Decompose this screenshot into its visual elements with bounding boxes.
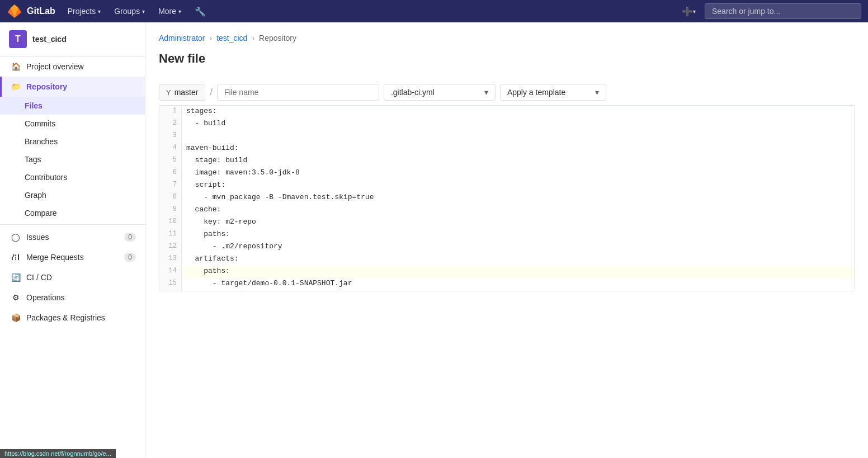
sidebar-label-repository: Repository [26, 82, 67, 91]
code-line: 3 [159, 131, 854, 143]
sidebar-label-operations: Operations [26, 293, 64, 302]
breadcrumb-sep-1: › [209, 34, 212, 43]
gitlab-logo[interactable]: GitLab [7, 3, 55, 19]
home-icon: 🏠 [11, 62, 21, 71]
template-selector[interactable]: Apply a template ▾ [500, 84, 606, 101]
nav-more-button[interactable]: More ▾ [153, 4, 187, 18]
code-line: 12 - .m2/repository [159, 242, 854, 254]
breadcrumb-project[interactable]: test_cicd [216, 34, 247, 43]
line-number: 14 [159, 266, 182, 278]
issues-icon: ◯ [11, 233, 21, 242]
code-line: 10 key: m2-repo [159, 217, 854, 229]
line-number: 7 [159, 180, 182, 192]
sidebar: T test_cicd 🏠 Project overview 📁 Reposit… [0, 22, 145, 458]
sidebar-item-cicd[interactable]: 🔄 CI / CD [0, 267, 145, 287]
merge-requests-icon: ⛙ [11, 253, 21, 262]
line-content [182, 131, 854, 143]
sidebar-item-project-overview[interactable]: 🏠 Project overview [0, 56, 145, 77]
file-name-input[interactable] [217, 84, 379, 101]
sidebar-item-repository[interactable]: 📁 Repository [0, 77, 145, 97]
sidebar-subitem-graph[interactable]: Graph [0, 186, 145, 204]
sidebar-subitem-branches[interactable]: Branches [0, 133, 145, 150]
issues-badge: 0 [124, 233, 136, 242]
cicd-icon: 🔄 [11, 273, 21, 282]
sidebar-item-merge-requests[interactable]: ⛙ Merge Requests 0 [0, 247, 145, 267]
page-title: New file [159, 51, 855, 66]
line-content: script: [182, 180, 854, 192]
file-type-value: .gitlab-ci.yml [391, 88, 435, 97]
line-content: image: maven:3.5.0-jdk-8 [182, 168, 854, 180]
sidebar-label-issues: Issues [26, 233, 49, 242]
code-line: 14 paths: [159, 266, 854, 278]
branch-selector[interactable]: Y master [159, 84, 205, 101]
code-editor[interactable]: 1stages:2 - build34maven-build:5 stage: … [159, 106, 855, 291]
main-content: Administrator › test_cicd › Repository N… [145, 22, 868, 458]
code-line: 8 - mvn package -B -Dmaven.test.skip=tru… [159, 192, 854, 205]
file-type-chevron-icon: ▾ [484, 88, 488, 97]
gitlab-logo-icon [7, 3, 22, 19]
code-line: 2 - build [159, 119, 854, 131]
sidebar-subitem-files[interactable]: Files [0, 97, 145, 115]
file-controls-row: Y master / .gitlab-ci.yml ▾ Apply a temp… [159, 77, 855, 106]
sidebar-item-operations[interactable]: ⚙ Operations [0, 287, 145, 308]
breadcrumb-admin[interactable]: Administrator [159, 34, 205, 43]
branch-icon: Y [166, 88, 171, 97]
code-line: 13 artifacts: [159, 254, 854, 266]
sidebar-subitem-commits[interactable]: Commits [0, 115, 145, 133]
line-content: - target/demo-0.0.1-SNAPSHOT.jar [182, 278, 854, 291]
line-content: - mvn package -B -Dmaven.test.skip=true [182, 192, 854, 205]
groups-chevron-icon: ▾ [142, 8, 145, 15]
line-number: 5 [159, 155, 182, 168]
code-line: 11 paths: [159, 229, 854, 242]
line-number: 1 [159, 106, 182, 119]
sidebar-subitem-contributors[interactable]: Contributors [0, 168, 145, 186]
merge-requests-badge: 0 [124, 253, 136, 262]
template-chevron-icon: ▾ [595, 88, 599, 97]
sidebar-label-packages: Packages & Registries [26, 313, 105, 322]
packages-icon: 📦 [11, 313, 21, 322]
sidebar-label-merge-requests: Merge Requests [26, 253, 84, 262]
sidebar-navigation: 🏠 Project overview 📁 Repository Files Co… [0, 56, 145, 458]
projects-chevron-icon: ▾ [98, 8, 101, 15]
sidebar-label-project-overview: Project overview [26, 62, 84, 71]
sidebar-item-packages[interactable]: 📦 Packages & Registries [0, 308, 145, 328]
wrench-icon: 🔧 [195, 6, 206, 17]
line-number: 4 [159, 143, 182, 155]
line-number: 2 [159, 119, 182, 131]
code-line: 5 stage: build [159, 155, 854, 168]
line-number: 8 [159, 192, 182, 205]
line-content: stage: build [182, 155, 854, 168]
nav-groups-button[interactable]: Groups ▾ [108, 4, 150, 18]
nav-right-section: ➕ ▾ Search or jump to... [677, 3, 861, 19]
line-content: stages: [182, 106, 854, 119]
line-content: paths: [182, 229, 854, 242]
search-bar[interactable]: Search or jump to... [705, 3, 861, 19]
top-navigation: GitLab Projects ▾ Groups ▾ More ▾ 🔧 ➕ ▾ … [0, 0, 868, 22]
nav-projects-button[interactable]: Projects ▾ [62, 4, 107, 18]
line-content: paths: [182, 266, 854, 278]
code-line: 15 - target/demo-0.0.1-SNAPSHOT.jar [159, 278, 854, 291]
sidebar-item-issues[interactable]: ◯ Issues 0 [0, 227, 145, 247]
repository-icon: 📁 [11, 82, 21, 91]
line-number: 12 [159, 242, 182, 254]
gitlab-logo-text: GitLab [27, 6, 55, 16]
line-content: cache: [182, 205, 854, 217]
line-number: 10 [159, 217, 182, 229]
template-label: Apply a template [507, 88, 565, 97]
nav-wrench-button[interactable]: 🔧 [189, 4, 211, 19]
code-line: 4maven-build: [159, 143, 854, 155]
line-number: 6 [159, 168, 182, 180]
sidebar-subitem-compare[interactable]: Compare [0, 204, 145, 222]
code-lines: 1stages:2 - build34maven-build:5 stage: … [159, 106, 854, 291]
slash-separator: / [210, 87, 212, 97]
code-line: 7 script: [159, 180, 854, 192]
operations-icon: ⚙ [11, 293, 21, 302]
more-chevron-icon: ▾ [178, 8, 181, 15]
line-number: 3 [159, 131, 182, 143]
nav-plus-button[interactable]: ➕ ▾ [677, 4, 700, 19]
file-type-selector[interactable]: .gitlab-ci.yml ▾ [384, 84, 496, 101]
line-number: 9 [159, 205, 182, 217]
line-number: 13 [159, 254, 182, 266]
sidebar-subitem-tags[interactable]: Tags [0, 150, 145, 168]
breadcrumb: Administrator › test_cicd › Repository [159, 34, 855, 43]
